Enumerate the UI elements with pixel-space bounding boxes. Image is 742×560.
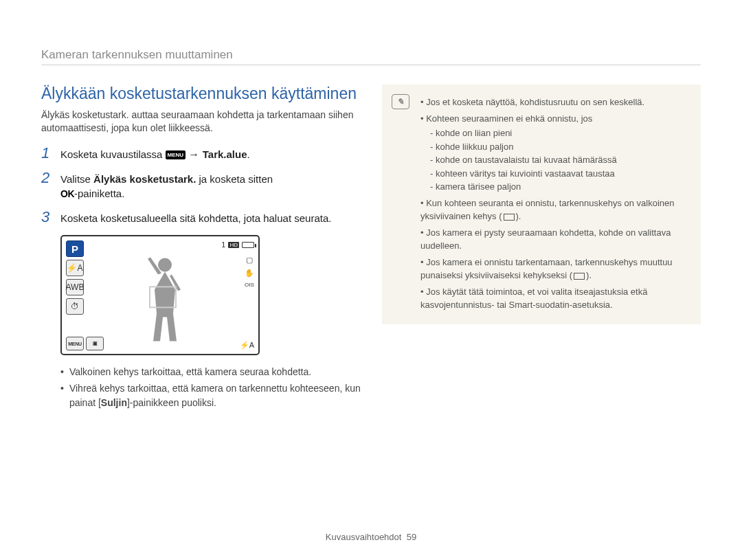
ois-icon: OIS [245,282,254,288]
page-header: Kameran tarkennuksen muuttaminen [41,48,701,65]
step-text-fragment: Kosketa kuvaustilassa [60,148,166,160]
note-subitem: kohteen väritys tai kuviointi vastaavat … [430,167,688,181]
bullet-item: Valkoinen kehys tarkoittaa, että kamera … [60,365,364,379]
footer-section: Kuvausvaihtoehdot [326,532,402,542]
note-box: ✎ Jos et kosketa näyttöä, kohdistusruutu… [382,85,701,324]
page-footer: Kuvausvaihtoehdot 59 [0,532,742,542]
step-text: Kosketa kosketusalueella sitä kohdetta, … [60,211,331,225]
manual-page: Kameran tarkennuksen muuttaminen Älykkää… [0,0,742,560]
note-item: Jos et kosketa näyttöä, kohdistusruutu o… [420,96,688,109]
note-item: Kohteen seuraaminen ei ehkä onnistu, jos… [420,112,688,194]
camera-screen-illustration: P ⚡A AWB ⏱ MENU ▣ 1 HD ▢ ✋ OIS [60,235,260,355]
ok-icon: OK [60,188,74,201]
step-3: 3 Kosketa kosketusalueella sitä kohdetta… [41,211,364,225]
note-text: ). [516,211,521,221]
mode-icon: P [66,240,84,257]
camera-bottom-icons: MENU ▣ [66,337,104,350]
step-number: 3 [41,210,54,225]
step-text-fragment: -painiketta. [74,188,124,199]
rect-icon [504,214,515,221]
menu-button-icon: MENU [66,337,84,350]
step-text-fragment: ja kosketa sitten [199,173,273,185]
flash-bottom-right: ⚡A [240,341,254,350]
note-text: Kohteen seuraaminen ei ehkä onnistu, jos [426,113,592,124]
note-subitem: kohde on taustavalaistu tai kuvaat hämär… [430,153,688,167]
menu-icon: MENU [166,150,186,159]
left-column: Älykkään kosketustarkennuksen käyttämine… [41,85,364,412]
step-1: 1 Kosketa kuvaustilassa MENU → Tark.alue… [41,147,364,162]
camera-right-icons: ▢ ✋ OIS [245,256,254,288]
bullet-item: Vihreä kehys tarkoittaa, että kamera on … [60,381,364,410]
note-icon: ✎ [392,94,409,109]
note-text: Jos kamera ei onnistu tarkentamaan, tark… [420,257,673,281]
bullet-text: Vihreä kehys tarkoittaa, että kamera on … [69,381,364,410]
note-item: Jos käytät tätä toimintoa, et voi valita… [420,285,688,312]
note-item: Jos kamera ei pysty seuraamaan kohdetta,… [420,226,688,253]
step-number: 1 [41,146,54,162]
playback-icon: ▣ [86,337,104,350]
camera-top-right: 1 HD [221,240,254,249]
section-title: Älykkään kosketustarkennuksen käyttämine… [41,85,364,103]
step-bold: Tark.alue [203,148,247,160]
footer-page-number: 59 [407,532,416,542]
step-text-fragment: . [247,148,250,160]
rect-icon [574,273,585,280]
step-text: Kosketa kuvaustilassa MENU → Tark.alue. [60,147,250,162]
step-2: 2 Valitse Älykäs kosketustark. ja kosket… [41,172,364,201]
battery-icon [242,242,254,248]
step-number: 2 [41,170,54,201]
section-intro: Älykäs kosketustark. auttaa seuraamaan k… [41,109,364,135]
hand-icon: ✋ [245,269,254,278]
bullet-bold: Suljin [101,397,127,408]
hd-icon: HD [228,242,239,248]
note-text: ). [586,270,592,280]
timer-icon: ⏱ [66,298,84,315]
content-columns: Älykkään kosketustarkennuksen käyttämine… [41,85,701,412]
svg-point-0 [158,258,172,271]
focus-frame [149,286,177,308]
arrow-icon: → [188,148,202,160]
step-text-fragment: Valitse [60,173,93,185]
info-bullets: Valkoinen kehys tarkoittaa, että kamera … [60,365,364,410]
bullet-text: Valkoinen kehys tarkoittaa, että kamera … [69,365,311,379]
awb-icon: AWB [66,279,84,295]
flash-icon: ⚡A [66,260,84,276]
note-subitem: kohde liikkuu paljon [430,140,688,154]
counter: 1 [221,240,225,249]
note-sublist: kohde on liian pieni kohde liikkuu paljo… [420,126,688,194]
steps-list: 1 Kosketa kuvaustilassa MENU → Tark.alue… [41,147,364,225]
note-text: Kun kohteen seuranta ei onnistu, tarkenn… [420,198,675,222]
note-list: Jos et kosketa näyttöä, kohdistusruutu o… [420,96,688,312]
rec-icon: ▢ [246,256,253,265]
step-text: Valitse Älykäs kosketustark. ja kosketa … [60,172,273,201]
note-item: Jos kamera ei onnistu tarkentamaan, tark… [420,256,688,282]
note-subitem: kohde on liian pieni [430,126,688,140]
camera-left-icons: P ⚡A AWB ⏱ [66,240,85,315]
note-item: Kun kohteen seuranta ei onnistu, tarkenn… [420,197,688,223]
step-bold: Älykäs kosketustark. [93,173,196,185]
right-column: ✎ Jos et kosketa näyttöä, kohdistusruutu… [382,85,701,412]
note-subitem: kamera tärisee paljon [430,180,688,194]
